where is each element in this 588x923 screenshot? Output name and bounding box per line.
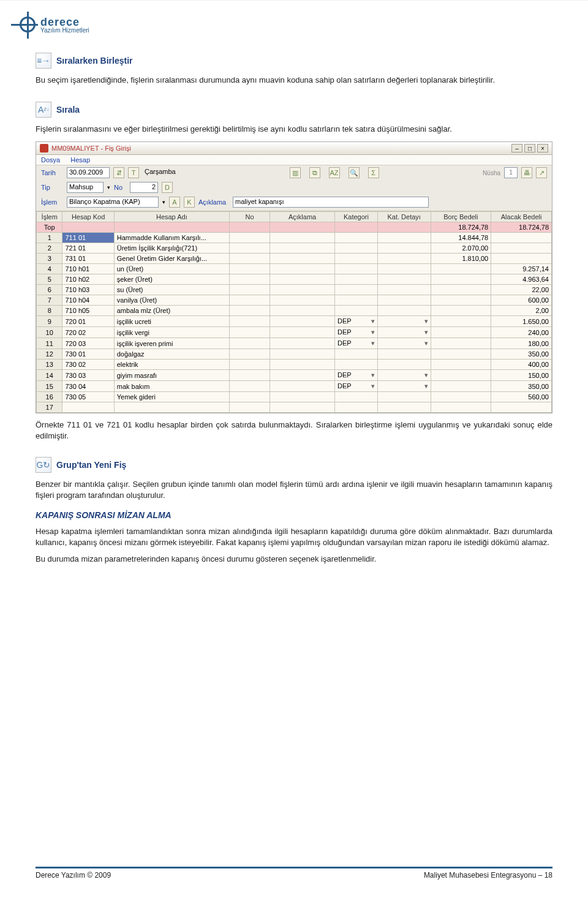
tool-calc-icon[interactable]: Σ xyxy=(368,167,379,178)
group-new-icon: G↻ xyxy=(36,457,51,473)
menu-file[interactable]: Dosya xyxy=(41,156,60,164)
merge-sort-icon: ≡→ xyxy=(36,53,51,69)
label-aciklama: Açıklama xyxy=(198,198,229,206)
table-row[interactable]: 5710 h02şeker (Üret)4.963,64 xyxy=(37,274,552,285)
table-row[interactable]: 15730 04mak bakımDEP350,00 xyxy=(37,381,552,392)
calendar-icon[interactable]: T xyxy=(128,167,139,178)
data-grid[interactable]: İşlemHesap KodHesap AdıNoAçıklamaKategor… xyxy=(36,211,552,413)
maximize-button[interactable]: □ xyxy=(524,144,535,153)
heading-grup-yeni-fis: G↻ Grup'tan Yeni Fiş xyxy=(36,457,552,473)
table-row[interactable]: 16730 05Yemek gideri560,00 xyxy=(37,392,552,402)
minimize-button[interactable]: – xyxy=(511,144,522,153)
grid-header[interactable]: Alacak Bedeli xyxy=(491,212,552,222)
table-row[interactable]: 14730 03giyim masrafıDEP150,00 xyxy=(37,370,552,381)
table-row[interactable]: 10720 02işçilik vergiDEP240,00 xyxy=(37,327,552,338)
tool-new-icon[interactable]: ▥ xyxy=(290,167,301,178)
label-tip: Tip xyxy=(41,184,63,191)
doc-icon[interactable]: D xyxy=(162,182,173,193)
table-row[interactable]: 7710 h04vanilya (Üret)600,00 xyxy=(37,295,552,306)
label-tarih: Tarih xyxy=(41,169,63,176)
table-row[interactable]: 1711 01Hammadde Kullanım Karşılı...14.84… xyxy=(37,233,552,243)
tool-a-icon[interactable]: A xyxy=(169,197,180,208)
tool-sort-icon[interactable]: AZ xyxy=(329,167,340,178)
nusha-block: Nüsha 1 🖶 ↗ xyxy=(483,167,547,178)
titlebar: MM09MALIYET - Fiş Girişi – □ × xyxy=(36,142,552,155)
brand-logo: derece Yazılım Hizmetleri xyxy=(11,12,89,39)
menubar: Dosya Hesap xyxy=(36,155,552,165)
footer-left: Derece Yazılım © 2009 xyxy=(36,871,111,880)
menu-hesap[interactable]: Hesap xyxy=(70,156,90,164)
grid-header[interactable]: Hesap Adı xyxy=(114,212,229,222)
field-nusha[interactable]: 1 xyxy=(504,167,518,178)
field-islem[interactable]: Bilanço Kapatma (KAP) xyxy=(67,197,159,208)
heading-title: Grup'tan Yeni Fiş xyxy=(56,460,126,470)
toolbar: ▥ ⧉ AZ 🔍 Σ xyxy=(189,167,479,178)
footer-right: Maliyet Muhasebesi Entegrasyonu – 18 xyxy=(424,871,552,880)
after-screenshot-text: Örnekte 711 01 ve 721 01 kodlu hesaplar … xyxy=(36,420,552,441)
grid-header[interactable]: İşlem xyxy=(37,212,62,222)
grid-header[interactable]: No xyxy=(229,212,270,222)
table-row[interactable]: 11720 03işçilik işveren primiDEP180,00 xyxy=(37,338,552,349)
grid-header[interactable]: Açıklama xyxy=(270,212,335,222)
heading-title: Sıralarken Birleştir xyxy=(56,56,133,66)
table-row[interactable]: 3731 01Genel Üretim Gider Karşılığı...1.… xyxy=(37,254,552,264)
tool-k-icon[interactable]: K xyxy=(184,197,195,208)
label-no: No xyxy=(114,184,126,191)
brand-tagline: Yazılım Hizmetleri xyxy=(40,28,89,34)
sort-az-icon: AZ↓ xyxy=(36,102,51,118)
label-islem: İşlem xyxy=(41,198,63,206)
app-window: MM09MALIYET - Fiş Girişi – □ × Dosya Hes… xyxy=(36,141,552,413)
print-icon[interactable]: 🖶 xyxy=(521,167,532,178)
field-tip[interactable]: Mahsup xyxy=(67,182,104,193)
heading-title: Sırala xyxy=(56,105,80,115)
grid-header[interactable]: Kategori xyxy=(335,212,378,222)
field-gun: Çarşamba xyxy=(143,167,186,178)
section2-body: Fişlerin sıralanmasını ve eğer birleştir… xyxy=(36,124,552,135)
table-row[interactable]: 12730 01doğalgaz350,00 xyxy=(37,349,552,360)
section3-body: Benzer bir mantıkla çalışır. Seçilen gru… xyxy=(36,479,552,500)
heading-kapanis-sonrasi: KAPANIŞ SONRASI MİZAN ALMA xyxy=(36,510,552,520)
logo-mark xyxy=(11,12,38,39)
grid-total-row: Top18.724,7818.724,78 xyxy=(37,222,552,233)
section4-body1: Hesap kapatma işlemleri tamamlandıktan s… xyxy=(36,526,552,548)
heading-siralarken-birlestir: ≡→ Sıralarken Birleştir xyxy=(36,53,552,69)
brand-name: derece xyxy=(40,17,89,28)
grid-header[interactable]: Hesap Kod xyxy=(62,212,114,222)
date-spinner-icon[interactable]: ⇵ xyxy=(113,167,124,178)
page-footer: Derece Yazılım © 2009 Maliyet Muhasebesi… xyxy=(36,867,552,880)
window-title: MM09MALIYET - Fiş Girişi xyxy=(51,145,511,152)
table-row[interactable]: 13730 02elektrik400,00 xyxy=(37,360,552,370)
heading-sirala: AZ↓ Sırala xyxy=(36,102,552,118)
table-row[interactable]: 8710 h05ambala mlz (Üret)2,00 xyxy=(37,306,552,316)
table-row[interactable]: 6710 h03su (Üret)22,00 xyxy=(37,285,552,295)
table-row[interactable]: 17 xyxy=(37,402,552,413)
export-icon[interactable]: ↗ xyxy=(536,167,547,178)
field-tarih[interactable]: 30.09.2009 xyxy=(67,167,110,178)
field-no[interactable]: 2 xyxy=(130,182,158,193)
grid-header[interactable]: Borç Bedeli xyxy=(431,212,491,222)
section4-body2: Bu durumda mizan parametrelerinden kapan… xyxy=(36,554,552,565)
label-nusha: Nüsha xyxy=(483,170,500,176)
tool-find-icon[interactable]: 🔍 xyxy=(349,167,360,178)
app-icon xyxy=(40,144,48,153)
grid-header[interactable]: Kat. Detayı xyxy=(377,212,431,222)
close-button[interactable]: × xyxy=(537,144,548,153)
tool-copy-icon[interactable]: ⧉ xyxy=(309,167,320,178)
table-row[interactable]: 9720 01işçilik ucretiDEP1.650,00 xyxy=(37,316,552,327)
logo-text: derece Yazılım Hizmetleri xyxy=(40,17,89,34)
table-row[interactable]: 4710 h01un (Üret)9.257,14 xyxy=(37,264,552,274)
table-row[interactable]: 2721 01Üretim İşçilik Karşılığı(721)2.07… xyxy=(37,243,552,254)
section1-body: Bu seçim işaretlendiğinde, fişlerin sıra… xyxy=(36,75,552,86)
field-aciklama[interactable]: maliyet kapanışı xyxy=(233,197,429,208)
